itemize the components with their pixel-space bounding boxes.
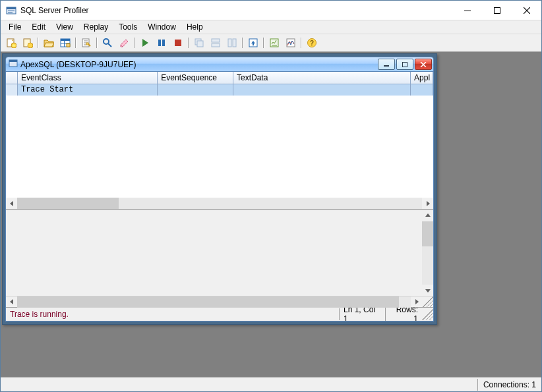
child-maximize-button[interactable] — [396, 59, 413, 70]
autoscroll-button[interactable] — [245, 36, 261, 50]
trace-body: EventClass EventSequence TextData Appl T… — [5, 72, 434, 322]
scroll-thumb[interactable] — [17, 296, 399, 308]
detail-text[interactable] — [6, 210, 422, 296]
grid-header-rowselector[interactable] — [6, 72, 18, 84]
trace-window-icon — [9, 59, 18, 70]
menu-file[interactable]: File — [3, 21, 26, 33]
trace-title-bar[interactable]: ApexSQL (DESKTOP-9JU7UEF) — [5, 57, 434, 72]
grid-header-eventclass[interactable]: EventClass — [18, 72, 158, 84]
cell-eventsequence[interactable] — [158, 84, 233, 96]
svg-rect-37 — [384, 65, 389, 67]
svg-rect-4 — [464, 11, 471, 11]
scroll-thumb[interactable] — [17, 198, 119, 209]
svg-rect-30 — [253, 43, 254, 45]
svg-text:?: ? — [310, 40, 314, 47]
detail-pane[interactable] — [6, 210, 433, 296]
menu-replay[interactable]: Replay — [78, 21, 113, 33]
menu-help[interactable]: Help — [181, 21, 208, 33]
mdi-client: ApexSQL (DESKTOP-9JU7UEF) EventClass Eve… — [1, 52, 541, 377]
table-row[interactable]: Trace Start — [6, 84, 433, 96]
title-bar[interactable]: SQL Server Profiler — [1, 1, 541, 20]
trace-grid[interactable]: EventClass EventSequence TextData Appl T… — [6, 72, 433, 210]
perfmon-button[interactable] — [283, 36, 299, 50]
tuning-advisor-button[interactable] — [266, 36, 282, 50]
grid-header-eventsequence[interactable]: EventSequence — [158, 72, 233, 84]
svg-rect-5 — [494, 7, 500, 13]
status-bar: Connections: 1 — [1, 377, 541, 391]
open-file-button[interactable] — [41, 36, 57, 50]
grid-header-textdata[interactable]: TextData — [233, 72, 411, 84]
detail-v-scrollbar[interactable] — [422, 210, 433, 296]
svg-rect-27 — [233, 39, 236, 47]
svg-rect-1 — [7, 7, 16, 9]
cell-appname[interactable] — [411, 84, 433, 96]
menu-tools[interactable]: Tools — [113, 21, 142, 33]
maximize-button[interactable] — [482, 1, 512, 20]
svg-marker-42 — [425, 289, 431, 293]
menu-edit[interactable]: Edit — [26, 21, 51, 33]
grid-header-appname[interactable]: Appl — [411, 72, 433, 84]
pause-button[interactable] — [154, 36, 169, 50]
svg-rect-14 — [64, 39, 65, 47]
scroll-right-icon[interactable] — [422, 198, 433, 209]
run-button[interactable] — [137, 36, 153, 50]
svg-marker-18 — [142, 39, 148, 47]
svg-rect-16 — [86, 43, 88, 45]
new-trace-button[interactable] — [3, 36, 19, 50]
child-minimize-button[interactable] — [378, 59, 395, 70]
menu-view[interactable]: View — [51, 21, 78, 33]
resize-grip-inner[interactable] — [422, 296, 433, 308]
scroll-left-icon[interactable] — [6, 198, 17, 209]
open-table-button[interactable] — [57, 36, 73, 50]
scroll-thumb[interactable] — [422, 221, 433, 247]
application-window: SQL Server Profiler File Edit View Repla… — [0, 0, 542, 392]
cell-textdata[interactable] — [233, 84, 411, 96]
window-tile-v-button[interactable] — [224, 36, 240, 50]
detail-h-scrollbar[interactable] — [6, 296, 433, 307]
resize-grip[interactable] — [422, 309, 433, 320]
svg-rect-38 — [403, 62, 407, 67]
grid-rows[interactable]: Trace Start — [6, 84, 433, 198]
svg-rect-3 — [8, 12, 13, 13]
svg-rect-25 — [212, 43, 220, 47]
scroll-track[interactable] — [17, 198, 422, 209]
svg-marker-43 — [10, 299, 13, 304]
find-button[interactable] — [100, 36, 115, 50]
svg-rect-20 — [162, 40, 165, 46]
svg-rect-23 — [197, 41, 203, 47]
scroll-track[interactable] — [422, 221, 433, 285]
scroll-left-icon[interactable] — [6, 296, 17, 308]
svg-rect-24 — [212, 39, 220, 42]
child-close-button[interactable] — [415, 59, 432, 70]
properties-button[interactable] — [78, 36, 94, 50]
window-tile-h-button[interactable] — [208, 36, 224, 50]
trace-title-text: ApexSQL (DESKTOP-9JU7UEF) — [20, 60, 136, 69]
row-selector[interactable] — [6, 84, 18, 96]
menu-window[interactable]: Window — [142, 21, 181, 33]
app-icon — [6, 5, 16, 16]
svg-point-10 — [28, 43, 33, 48]
svg-rect-21 — [175, 40, 181, 46]
trace-status-text: Trace is running. — [6, 308, 340, 320]
svg-rect-26 — [228, 39, 231, 47]
window-cascade-button[interactable] — [191, 36, 207, 50]
trace-window[interactable]: ApexSQL (DESKTOP-9JU7UEF) EventClass Eve… — [2, 53, 437, 325]
svg-marker-39 — [10, 201, 13, 206]
cell-eventclass[interactable]: Trace Start — [18, 84, 158, 96]
scroll-up-icon[interactable] — [422, 210, 433, 221]
scroll-down-icon[interactable] — [422, 285, 433, 296]
menu-bar: File Edit View Replay Tools Window Help — [1, 20, 541, 34]
scroll-track[interactable] — [17, 296, 411, 308]
new-template-button[interactable] — [20, 36, 36, 50]
grid-h-scrollbar[interactable] — [6, 198, 433, 209]
svg-rect-36 — [9, 60, 17, 62]
trace-status-bar: Trace is running. Ln 1, Col 1 Rows: 1 — [6, 307, 433, 321]
clear-button[interactable] — [116, 36, 132, 50]
minimize-button[interactable] — [452, 1, 482, 20]
status-connections: Connections: 1 — [477, 379, 541, 391]
app-title: SQL Server Profiler — [20, 6, 89, 15]
close-button[interactable] — [512, 1, 541, 20]
tool-bar: ? — [1, 34, 541, 52]
help-button[interactable]: ? — [304, 36, 320, 50]
stop-button[interactable] — [170, 36, 186, 50]
